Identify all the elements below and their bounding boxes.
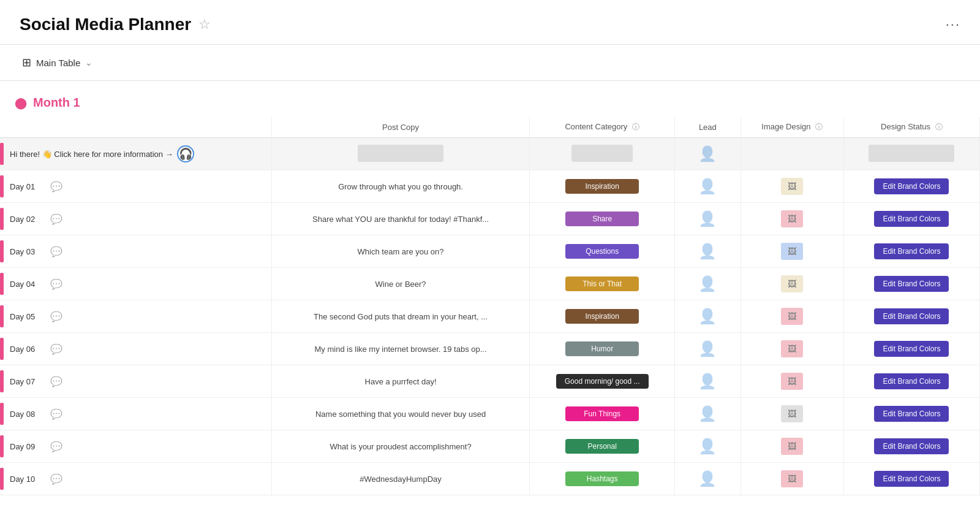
row-name-cell: Day 08💬 [0,398,271,430]
post-copy-cell: Name something that you would never buy … [271,398,530,430]
edit-brand-colors-button[interactable]: Edit Brand Colors [874,406,949,422]
table-row: Day 07💬Have a purrfect day!Good morning/… [0,365,980,398]
more-options-icon[interactable]: ··· [946,17,960,32]
comment-icon[interactable]: 💬 [50,213,62,225]
category-cell: Hashtags [530,463,675,495]
group-header: ⬤ Month 1 [0,91,980,115]
row-label: Hi there! 👋 Click here for more informat… [10,150,173,159]
app-title: Social Media Planner [20,15,191,34]
image-thumbnail: 🖼 [781,210,803,227]
edit-brand-colors-button[interactable]: Edit Brand Colors [874,373,949,389]
lead-cell: 👤 [674,300,741,333]
row-label: Day 06 [10,345,47,354]
category-cell: Questions [530,235,675,268]
table-row: Day 02💬Share what YOU are thankful for t… [0,203,980,235]
group-collapse-icon[interactable]: ⬤ [15,96,27,110]
lead-cell: 👤 [674,365,741,398]
post-copy-cell: My mind is like my internet browser. 19 … [271,333,530,365]
comment-icon[interactable]: 💬 [50,343,62,355]
design-status-cell: Edit Brand Colors [843,430,979,463]
image-thumbnail: 🖼 [781,438,803,455]
title-area: Social Media Planner ☆ [20,15,211,34]
design-status-info-icon: ⓘ [935,123,943,131]
row-color-bar [0,273,4,295]
chevron-down-icon: ⌄ [85,58,92,67]
comment-icon[interactable]: 💬 [50,473,62,485]
comment-icon[interactable]: 💬 [50,376,62,387]
category-badge[interactable]: Inspiration [565,309,639,324]
category-cell: Humor [530,333,675,365]
col-header-image-design: Image Design ⓘ [741,117,843,138]
lead-cell: 👤 [674,235,741,268]
table-row: Hi there! 👋 Click here for more informat… [0,138,980,170]
post-copy-text: Share what YOU are thankful for today! #… [312,215,489,224]
design-status-cell: Edit Brand Colors [843,170,979,203]
post-copy-text: Name something that you would never buy … [315,410,486,419]
post-copy-cell: What is your proudest accomplishment? [271,430,530,463]
row-label: Day 03 [10,247,47,256]
post-copy-cell: #WednesdayHumpDay [271,463,530,495]
category-badge[interactable]: Good morning/ good ... [556,374,649,389]
table-wrapper: Post Copy Content Category ⓘ Lead Image … [0,117,980,495]
comment-icon[interactable]: 💬 [50,441,62,452]
avatar: 👤 [698,275,717,292]
table-row: Day 01💬Grow through what you go through.… [0,170,980,203]
avatar: 👤 [698,438,717,454]
table-row: Day 06💬My mind is like my internet brows… [0,333,980,365]
edit-brand-colors-button[interactable]: Edit Brand Colors [874,438,949,454]
category-badge[interactable]: Fun Things [565,406,639,421]
comment-icon[interactable]: 💬 [50,278,62,290]
category-badge[interactable]: Inspiration [565,179,639,194]
category-badge[interactable]: Personal [565,439,639,454]
favorite-icon[interactable]: ☆ [198,17,211,32]
category-cell: Fun Things [530,398,675,430]
main-table-button[interactable]: ⊞ Main Table ⌄ [15,52,100,73]
image-thumbnail: 🖼 [781,308,803,325]
category-cell: Inspiration [530,170,675,203]
image-thumbnail: 🖼 [781,470,803,487]
image-design-cell: 🖼 [741,463,843,495]
post-copy-cell: Share what YOU are thankful for today! #… [271,203,530,235]
table-row: Day 05💬The second God puts that dream in… [0,300,980,333]
category-badge[interactable]: Questions [565,244,639,259]
row-color-bar [0,143,4,165]
image-thumbnail: 🖼 [781,373,803,390]
comment-icon[interactable]: 💬 [50,246,62,257]
category-cell: Personal [530,430,675,463]
edit-brand-colors-button[interactable]: Edit Brand Colors [874,243,949,259]
comment-icon[interactable]: 💬 [50,181,62,193]
category-badge[interactable]: This or That [565,276,639,291]
category-badge[interactable]: Share [565,212,639,226]
category-cell: Good morning/ good ... [530,365,675,398]
avatar: 👤 [698,243,717,259]
lead-cell: 👤 [674,333,741,365]
edit-brand-colors-button[interactable]: Edit Brand Colors [874,178,949,194]
category-cell: Share [530,203,675,235]
design-status-cell: Edit Brand Colors [843,398,979,430]
post-copy-text: What is your proudest accomplishment? [330,442,471,451]
app-header: Social Media Planner ☆ ··· [0,0,980,45]
comment-icon[interactable]: 💬 [50,408,62,420]
category-cell [530,138,675,170]
row-label: Day 01 [10,182,47,191]
lead-cell: 👤 [674,170,741,203]
design-status-cell: Edit Brand Colors [843,203,979,235]
edit-brand-colors-button[interactable]: Edit Brand Colors [874,211,949,227]
edit-brand-colors-button[interactable]: Edit Brand Colors [874,308,949,324]
row-color-bar [0,370,4,392]
post-copy-cell: Wine or Beer? [271,268,530,300]
lead-cell: 👤 [674,430,741,463]
avatar: 👤 [698,308,717,324]
row-name-cell: Day 04💬 [0,268,271,300]
image-thumbnail: 🖼 [781,340,803,357]
image-design-cell: 🖼 [741,430,843,463]
edit-brand-colors-button[interactable]: Edit Brand Colors [874,276,949,292]
table-nav: ⊞ Main Table ⌄ [0,45,980,81]
category-badge[interactable]: Hashtags [565,471,639,486]
edit-brand-colors-button[interactable]: Edit Brand Colors [874,471,949,487]
comment-icon[interactable]: 💬 [50,311,62,322]
post-copy-text: Grow through what you go through. [338,182,463,191]
row-label: Day 07 [10,377,47,386]
edit-brand-colors-button[interactable]: Edit Brand Colors [874,341,949,357]
category-badge[interactable]: Humor [565,341,639,356]
